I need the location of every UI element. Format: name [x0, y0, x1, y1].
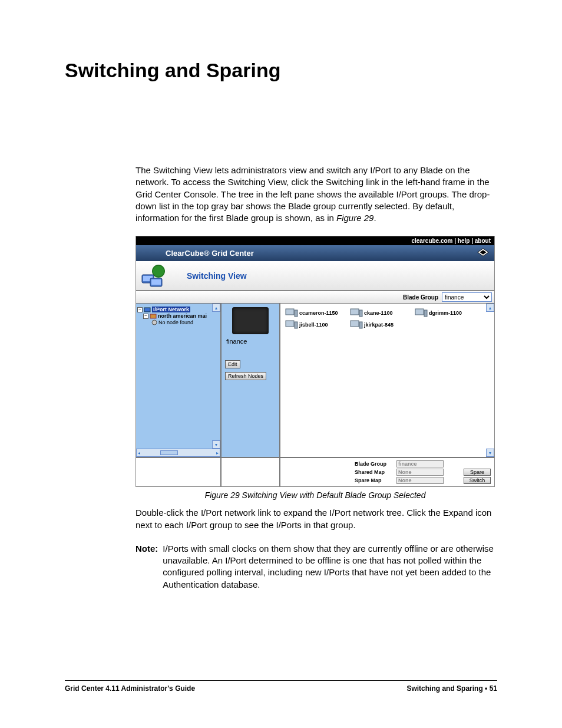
- svg-rect-17: [295, 322, 297, 328]
- spare-map-label: Spare Map: [355, 477, 396, 483]
- node-label: ckane-1100: [364, 310, 393, 316]
- node-item[interactable]: ccameron-1150: [285, 308, 344, 318]
- blade-group-label: Blade Group: [403, 294, 438, 301]
- scroll-up-icon[interactable]: ▴: [212, 304, 220, 312]
- node-item[interactable]: jisbell-1100: [285, 320, 344, 330]
- tree-leaf-node[interactable]: No node found: [137, 319, 219, 325]
- tree-root-label: I/Port Network: [152, 307, 190, 312]
- blade-group-bar: Blade Group finance: [136, 291, 494, 304]
- scroll-thumb[interactable]: [160, 450, 178, 455]
- svg-rect-15: [424, 310, 427, 317]
- group-pane: finance Edit Refresh Nodes: [222, 304, 280, 457]
- spare-button[interactable]: Spare: [464, 469, 491, 476]
- bottom-blade-group-label: Blade Group: [355, 461, 396, 467]
- svg-rect-7: [144, 308, 150, 312]
- svg-rect-6: [151, 279, 161, 285]
- svg-rect-10: [286, 309, 294, 315]
- scroll-right-icon[interactable]: ▸: [216, 450, 219, 456]
- tree-leaf-label: No node found: [158, 319, 193, 325]
- collapse-icon[interactable]: −: [143, 314, 148, 319]
- note-body: I/Ports with small clocks on them show t…: [163, 543, 497, 591]
- blade-chassis-icon: [232, 307, 269, 334]
- tree-pane[interactable]: ▴ − I/Port Network − north american mai …: [136, 304, 222, 457]
- leaf-icon: [151, 319, 157, 325]
- node-label: jkirkpat-845: [364, 322, 394, 328]
- shared-map-label: Shared Map: [355, 469, 396, 475]
- tree-child-label: north american mai: [158, 313, 207, 319]
- view-title: Switching View: [187, 271, 247, 281]
- svg-rect-8: [150, 314, 156, 318]
- refresh-nodes-button[interactable]: Refresh Nodes: [225, 372, 266, 380]
- intro-tail: .: [373, 213, 376, 223]
- svg-rect-12: [351, 309, 359, 315]
- note-label: Note:: [135, 543, 158, 591]
- footer-left: Grid Center 4.11 Administrator's Guide: [65, 684, 195, 693]
- brand-logo-icon: [477, 248, 490, 257]
- brand-text: ClearCube® Grid Center: [166, 249, 254, 258]
- svg-rect-19: [359, 322, 362, 328]
- horizontal-scrollbar[interactable]: ◂ ▸: [136, 449, 220, 457]
- edit-button[interactable]: Edit: [225, 360, 240, 368]
- computer-icon: [350, 320, 363, 330]
- node-item[interactable]: dgrimm-1100: [415, 308, 474, 318]
- computer-icon: [350, 308, 363, 318]
- brand-bar: ClearCube® Grid Center: [136, 245, 494, 261]
- view-header: Switching View: [136, 261, 494, 291]
- footer-right: Switching and Sparing • 51: [406, 684, 497, 693]
- page-title: Switching and Sparing: [65, 59, 497, 82]
- group-icon: [150, 313, 157, 319]
- computer-icon: [285, 308, 298, 318]
- scroll-up-icon[interactable]: ▴: [486, 304, 494, 312]
- bottom-bar: Blade Group finance Shared Map None Spar…: [136, 457, 494, 486]
- group-name: finance: [226, 338, 247, 345]
- note-block: Note: I/Ports with small clocks on them …: [135, 543, 497, 591]
- network-icon: [144, 307, 151, 312]
- svg-rect-14: [415, 309, 424, 315]
- shared-map-value: None: [396, 469, 444, 476]
- node-label: jisbell-1100: [299, 322, 328, 328]
- top-link-bar[interactable]: clearcube.com | help | about: [136, 236, 494, 245]
- blade-group-select[interactable]: finance: [442, 292, 492, 302]
- switch-button[interactable]: Switch: [464, 477, 491, 484]
- figure-reference: Figure 29: [336, 213, 373, 223]
- scroll-down-icon[interactable]: ▾: [486, 449, 494, 457]
- computer-icon: [285, 320, 298, 330]
- bottom-blade-group-value: finance: [396, 460, 444, 467]
- page-footer: Grid Center 4.11 Administrator's Guide S…: [65, 680, 497, 693]
- collapse-icon[interactable]: −: [137, 307, 143, 312]
- tree-child-node[interactable]: − north american mai: [137, 313, 219, 319]
- spare-map-value: None: [396, 477, 444, 484]
- node-label: ccameron-1150: [299, 310, 338, 316]
- svg-rect-13: [359, 310, 362, 317]
- screenshot-figure: clearcube.com | help | about ClearCube® …: [135, 236, 495, 487]
- svg-rect-11: [295, 310, 297, 317]
- scroll-down-icon[interactable]: ▾: [212, 440, 220, 449]
- nodes-pane[interactable]: ▴ ccameron-1150 ckane-1100 dgrimm-1100: [280, 304, 494, 457]
- paragraph-2: Double-click the I/Port network link to …: [135, 507, 497, 531]
- scroll-left-icon[interactable]: ◂: [138, 450, 140, 456]
- node-label: dgrimm-1100: [429, 310, 462, 316]
- svg-point-9: [152, 320, 157, 325]
- figure-caption: Figure 29 Switching View with Default Bl…: [135, 490, 495, 500]
- svg-rect-18: [351, 321, 359, 327]
- node-item[interactable]: jkirkpat-845: [350, 320, 409, 330]
- computer-icon: [415, 308, 428, 318]
- intro-text: The Switching View lets administrators v…: [135, 165, 490, 223]
- intro-paragraph: The Switching View lets administrators v…: [135, 164, 497, 224]
- tree-root-node[interactable]: − I/Port Network: [137, 307, 219, 312]
- globe-monitors-icon: [140, 263, 169, 289]
- node-item[interactable]: ckane-1100: [350, 308, 409, 318]
- svg-rect-16: [286, 321, 294, 327]
